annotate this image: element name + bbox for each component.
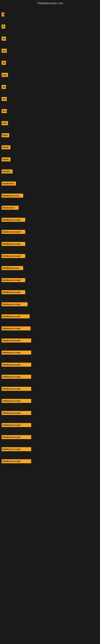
bar-label: Bottle xyxy=(1,158,10,162)
bar-label: Bottleneck r xyxy=(1,206,19,210)
bar-row: Bottleneck result xyxy=(0,371,100,383)
bar-row: Bottleneck result xyxy=(0,310,100,322)
bar-row: Bottleneck result xyxy=(0,226,100,238)
bar-row: Bott xyxy=(0,117,100,129)
bar-row: Bottleneck result xyxy=(0,346,100,359)
bar-label: Bottleneck result xyxy=(1,375,31,379)
bar-row: Bottleneck result xyxy=(0,334,100,346)
bar-row: Bottleneck result xyxy=(0,383,100,395)
bar-row: Bottleneck result xyxy=(0,431,100,443)
bar-label: Bo xyxy=(1,85,6,89)
bar-label: Bottleneck result xyxy=(1,314,30,318)
bar-row: Bottl xyxy=(0,129,100,141)
bar-row: Bot xyxy=(0,45,100,57)
bar-label: Bottleneck result xyxy=(1,423,31,427)
bar-label: Bot xyxy=(1,97,7,101)
bar-label: Bottleneck xyxy=(1,182,16,186)
bar-label: Bottleneck result xyxy=(1,230,25,234)
bar-label: Bottleneck result xyxy=(1,399,31,403)
bar-label: Bo xyxy=(1,37,6,41)
bar-row: Bot xyxy=(0,93,100,105)
bar-row: Bottleneck result xyxy=(0,395,100,407)
bar-row: Bottleneck result xyxy=(0,274,100,286)
bar-label: Bottleneck result xyxy=(1,242,25,246)
bar-row: Bo xyxy=(0,57,100,69)
bar-row: Bottleneck result xyxy=(0,298,100,310)
bar-label: Bottleneck result xyxy=(1,326,31,330)
bar-row: Bott xyxy=(0,69,100,81)
bar-row: Bottleneck result xyxy=(0,250,100,262)
bar-label: Bottleneck resu xyxy=(1,194,23,198)
bar-row: Bottleneck result xyxy=(0,322,100,334)
bar-row: B. xyxy=(0,20,100,32)
bar-label: Bottleneck result xyxy=(1,338,31,342)
bar-row: Bottleneck resu xyxy=(0,190,100,202)
bar-label: Bot xyxy=(1,49,7,53)
bar-row: Bottle xyxy=(0,141,100,153)
bar-row: Bottleneck r xyxy=(0,202,100,214)
bar-row: Bottleneck result xyxy=(0,214,100,226)
bar-label: Bottleneck result xyxy=(1,278,25,282)
bar-label: Bottle xyxy=(1,145,10,149)
bar-row: Bottleneck xyxy=(0,178,100,190)
bar-row: Bottleneck result xyxy=(0,286,100,298)
bar-label: Bottleneck result xyxy=(1,302,28,306)
bar-label: Bott xyxy=(1,121,8,125)
bar-row: Bot xyxy=(0,105,100,117)
bar-row: Bottleneck result xyxy=(0,443,100,455)
bar-row: Bottleneck result xyxy=(0,419,100,431)
bar-row: Bottlen xyxy=(0,166,100,178)
bar-label: Bottleneck result xyxy=(1,218,25,222)
bar-row: Bo xyxy=(0,32,100,45)
bars-container: BB.BoBotBoBottBoBotBotBottBottlBottleBot… xyxy=(0,6,100,469)
bar-row: Bo xyxy=(0,81,100,93)
bar-row: Bottleneck result xyxy=(0,455,100,467)
bar-label: Bott xyxy=(1,73,8,77)
bar-label: Bot xyxy=(1,109,7,113)
bar-label: Bottleneck result xyxy=(1,387,31,391)
bar-row: B xyxy=(0,8,100,20)
bar-label: Bottleneck result xyxy=(1,350,31,354)
bar-label: Bottleneck result xyxy=(1,411,31,415)
bar-label: Bottleneck result xyxy=(1,363,31,367)
bar-label: B. xyxy=(1,24,5,28)
bar-label: B xyxy=(1,12,4,16)
bar-label: Bottleneck result xyxy=(1,290,25,294)
bar-row: Bottleneck result xyxy=(0,407,100,419)
bar-label: Bottl xyxy=(1,133,9,137)
bar-row: Bottleneck resu xyxy=(0,262,100,274)
bar-label: Bottleneck result xyxy=(1,447,31,451)
site-title: TheBottlenecker.com xyxy=(0,0,100,6)
bar-label: Bottleneck result xyxy=(1,459,31,463)
bar-label: Bo xyxy=(1,61,6,65)
bar-label: Bottleneck resu xyxy=(1,266,23,270)
bar-row: Bottleneck result xyxy=(0,238,100,250)
bar-row: Bottleneck result xyxy=(0,359,100,371)
bar-label: Bottleneck result xyxy=(1,254,25,258)
bar-label: Bottlen xyxy=(1,170,13,174)
bar-label: Bottleneck result xyxy=(1,435,31,439)
bar-row: Bottle xyxy=(0,153,100,166)
